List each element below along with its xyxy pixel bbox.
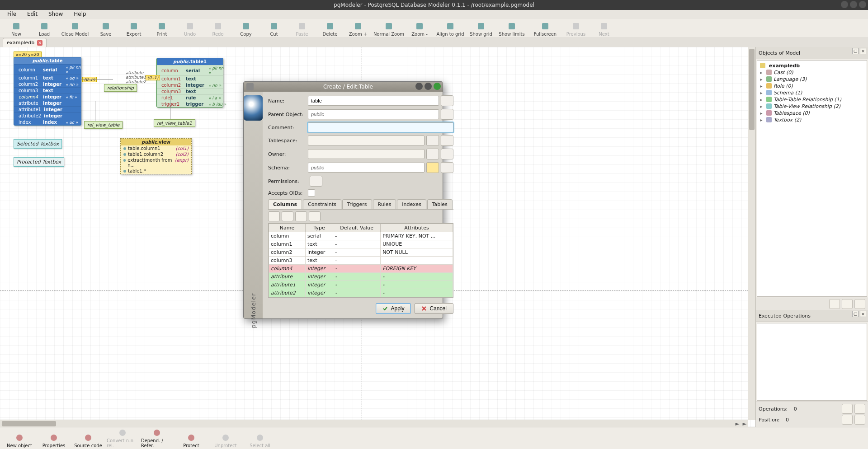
exec-last-button[interactable] [854, 415, 865, 425]
toolbar-show-limits-button[interactable]: Show limits [495, 19, 528, 37]
table-row[interactable]: column1text« uq » [14, 75, 81, 81]
toolbar-normal-zoom-button[interactable]: Normal Zoom [373, 19, 405, 37]
toolbar-cut-button[interactable]: Cut [260, 19, 288, 37]
tree-item[interactable]: ▸Textbox (2) [758, 117, 866, 123]
name-icon-picker[interactable] [441, 95, 453, 106]
toolbar-copy-button[interactable]: Copy [232, 19, 259, 37]
column-row[interactable]: attribute2integer-- [269, 289, 453, 297]
objects-tree[interactable]: exampledb ▸Cast (0)▸Language (3)▸Role (0… [757, 60, 867, 297]
table-row[interactable]: column1text [157, 75, 223, 82]
tree-item[interactable]: ▸Role (0) [758, 83, 866, 89]
toolbar-save-button[interactable]: Save [92, 19, 119, 37]
dialog-tab-indexes[interactable]: Indexes [397, 199, 426, 209]
column-row[interactable]: column1text-UNIQUE [269, 240, 453, 248]
dialog-maximize-icon[interactable] [425, 83, 432, 90]
column-row[interactable]: column4integer-FOREIGN KEY [269, 265, 453, 273]
dialog-titlebar[interactable]: Create / Edit:Table [244, 82, 443, 92]
window-close-icon[interactable] [859, 1, 866, 8]
column-row[interactable]: attribute1integer-- [269, 281, 453, 289]
bottom-protect-button[interactable]: Protect [175, 428, 207, 448]
relationship-label[interactable]: relationship [104, 84, 137, 92]
tree-item[interactable]: ▸Schema (1) [758, 89, 866, 96]
schema-clear-button[interactable] [441, 162, 453, 173]
toolbar-close-model-button[interactable]: Close Model [59, 19, 91, 37]
dialog-minimize-icon[interactable] [415, 83, 423, 90]
tablespace-clear-button[interactable] [441, 135, 453, 146]
menu-file[interactable]: File [3, 10, 21, 18]
textbox-protected[interactable]: Protected Textbox [14, 157, 64, 167]
toolbar-delete-button[interactable]: Delete [316, 19, 344, 37]
table-row[interactable]: columnserial« pk nn » [14, 64, 81, 75]
view-row[interactable]: table1.* [121, 168, 191, 174]
toolbar-fullscreen-button[interactable]: Fullscreen [529, 19, 561, 37]
col-add-button[interactable] [268, 211, 280, 221]
tablespace-input[interactable] [308, 136, 425, 145]
apply-button[interactable]: Apply [376, 303, 411, 314]
menu-help[interactable]: Help [69, 10, 90, 18]
toolbar-new-button[interactable]: New [3, 19, 30, 37]
scroll-right2-icon[interactable]: ► [741, 420, 748, 427]
table-row[interactable]: rule1rule« i a » [157, 94, 223, 101]
toolbar-zoom--button[interactable]: Zoom + [344, 19, 372, 37]
column-row[interactable]: columnserial-PRIMARY KEY, NOT ... [269, 232, 453, 240]
panel-collapse-icon[interactable]: ▢ [852, 311, 859, 317]
diagram-view-public-view[interactable]: public.view table.column1(col1)table1.co… [120, 138, 192, 174]
tree-item[interactable]: ▸Cast (0) [758, 69, 866, 76]
diagram-table-public-table[interactable]: public.table columnserial« pk nn »column… [14, 57, 81, 126]
window-maximize-icon[interactable] [850, 1, 857, 8]
schema-pick-button[interactable] [426, 162, 439, 173]
table-row[interactable]: column3text [157, 88, 223, 94]
scroll-right-icon[interactable]: ► [734, 420, 741, 427]
dialog-tab-triggers[interactable]: Triggers [342, 199, 372, 209]
col-remove-button[interactable] [282, 211, 293, 221]
table-row[interactable]: column3text [14, 87, 81, 94]
tree-item[interactable]: ▸Table-Table Relationship (1) [758, 96, 866, 103]
tree-item[interactable]: ▸Language (3) [758, 76, 866, 83]
schema-input[interactable] [308, 163, 425, 173]
table-row[interactable]: column4integer« fk » [14, 94, 81, 100]
col-header-name[interactable]: Name [269, 224, 306, 232]
tree-tool-2[interactable] [842, 299, 853, 309]
exec-redo-button[interactable] [854, 404, 865, 414]
window-minimize-icon[interactable] [841, 1, 848, 8]
toolbar-export-button[interactable]: Export [120, 19, 147, 37]
dialog-tab-constraints[interactable]: Constraints [303, 199, 341, 209]
rel-view-table1-label[interactable]: rel_view_table1 [154, 119, 195, 127]
name-input[interactable] [308, 96, 439, 106]
view-row[interactable]: extract(month from n...(expr) [121, 157, 191, 168]
diagram-table-public-table1[interactable]: public.table1 columnserial« pk nn »colum… [156, 58, 223, 108]
view-row[interactable]: table1.column2(col2) [121, 151, 191, 157]
column-row[interactable]: attributeinteger-- [269, 273, 453, 281]
exec-undo-button[interactable] [842, 404, 853, 414]
rel-view-table-label[interactable]: rel_view_table [84, 121, 123, 129]
col-edit-button[interactable] [295, 211, 307, 221]
toolbar-align-to-grid-button[interactable]: Align to grid [434, 19, 467, 37]
canvas-scrollbar-vertical[interactable] [748, 47, 755, 420]
bottom-properties-button[interactable]: Properties [38, 428, 70, 448]
dialog-tab-columns[interactable]: Columns [268, 199, 302, 209]
dialog-close-icon[interactable] [434, 83, 441, 90]
owner-clear-button[interactable] [441, 149, 453, 159]
panel-close-icon[interactable]: × [860, 311, 866, 317]
permissions-edit-button[interactable] [310, 176, 322, 187]
exec-list[interactable] [757, 323, 867, 401]
exec-first-button[interactable] [842, 415, 853, 425]
table-row[interactable]: indexindex« uc » [14, 119, 81, 125]
tree-item[interactable]: ▸Tablespace (0) [758, 110, 866, 117]
cancel-button[interactable]: Cancel [415, 303, 453, 314]
toolbar-zoom--button[interactable]: Zoom - [406, 19, 433, 37]
comment-input[interactable] [308, 122, 453, 132]
toolbar-show-grid-button[interactable]: Show grid [467, 19, 495, 37]
bottom-new-object-button[interactable]: New object [4, 428, 35, 448]
document-tab[interactable]: exampledb × [3, 38, 47, 47]
col-header-type[interactable]: Type [305, 224, 333, 232]
columns-table[interactable]: Name Type Default Value Attributes colum… [269, 224, 453, 297]
col-moveup-button[interactable] [309, 211, 321, 221]
dialog-tab-rules[interactable]: Rules [373, 199, 396, 209]
menu-edit[interactable]: Edit [23, 10, 42, 18]
owner-pick-button[interactable] [426, 149, 439, 159]
bottom-depend-refer--button[interactable]: Depend. / Refer. [141, 428, 173, 448]
col-header-default[interactable]: Default Value [333, 224, 381, 232]
table-row[interactable]: column2integer« nn » [157, 82, 223, 88]
accepts-oids-checkbox[interactable] [308, 189, 315, 196]
